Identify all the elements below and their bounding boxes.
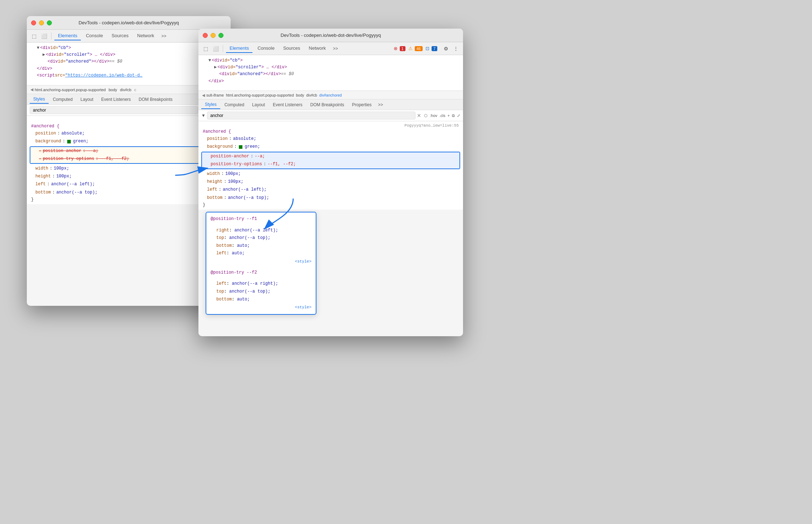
subtab-listeners-1[interactable]: Event Listeners xyxy=(98,96,134,103)
settings-icon[interactable]: ⚙ xyxy=(442,44,450,53)
minimize-button-2[interactable] xyxy=(211,33,216,38)
bc2-html[interactable]: html.anchoring-support.popup-supported xyxy=(226,93,294,97)
bc-html[interactable]: html.anchoring-support.popup-supported xyxy=(35,88,106,92)
more-tabs-2[interactable]: >> xyxy=(331,46,340,51)
expand-arrow-1[interactable]: ▼ xyxy=(37,45,39,52)
tab-console-2[interactable]: Console xyxy=(254,44,278,53)
expand-arrow-2[interactable]: ▶ xyxy=(43,52,45,58)
html-line-2: ▶ <div id= "scroller" > … </div> xyxy=(30,52,228,58)
minimize-button-1[interactable] xyxy=(39,20,44,25)
html-line-1: ▼ <div id= "cb" > xyxy=(30,45,228,52)
expand-arrow-2-1[interactable]: ▼ xyxy=(208,57,211,64)
css-val-bottom-2: anchor(--a top); xyxy=(228,194,269,201)
bc-divcb[interactable]: div#cb xyxy=(120,88,132,92)
bc2-anchored[interactable]: div#anchored xyxy=(319,93,342,97)
html-tag-2-anchored: <div xyxy=(219,71,230,78)
subtab-computed-1[interactable]: Computed xyxy=(49,96,76,103)
css-val-bottom-1: anchor(--a top); xyxy=(56,189,97,196)
tab-sources-2[interactable]: Sources xyxy=(280,44,304,53)
bc-body[interactable]: body xyxy=(109,88,117,92)
more-tabs-1[interactable]: >> xyxy=(159,34,168,39)
tab-network-1[interactable]: Network xyxy=(134,31,158,40)
maximize-button-2[interactable] xyxy=(218,33,223,38)
html-panel-2: ▼ <div id= "cb" > ▶ <div id= "scroller" … xyxy=(198,55,463,91)
subtab-more-2[interactable]: >> xyxy=(376,102,385,107)
more-options-icon[interactable]: ⋮ xyxy=(452,44,460,53)
search-input-2[interactable] xyxy=(207,112,415,119)
pp-right-val: anchor(--a left); xyxy=(234,228,278,233)
subtab-styles-1[interactable]: Styles xyxy=(30,95,49,104)
window-title-1: DevTools - codepen.io/web-dot-dev/live/P… xyxy=(79,20,179,25)
bc-left-arrow[interactable]: ◀ xyxy=(30,87,33,92)
source-link-2: Pogyyyq?ano…iew=live:55 xyxy=(198,123,463,128)
subtab-layout-2[interactable]: Layout xyxy=(248,101,269,109)
expand-icon-2[interactable]: ⤢ xyxy=(457,113,460,118)
css-prop-width-1: width xyxy=(35,165,48,172)
css-selector-text-2: #anchored { xyxy=(203,129,231,134)
html-tag-2-anchored-close: ></div> xyxy=(263,71,281,78)
html-attr-id-anchored: id= xyxy=(58,58,66,65)
subtab-breakpoints-2[interactable]: DOM Breakpoints xyxy=(307,101,348,109)
subtab-breakpoints-1[interactable]: DOM Breakpoints xyxy=(135,96,176,103)
html-val-anchored: "anchored" xyxy=(65,58,91,65)
highlight-box-2: position-anchor : --a; position-try-opti… xyxy=(201,152,460,169)
bc-more[interactable]: c xyxy=(134,88,136,92)
html-line-3: <div id= "anchored" ></div> == $0 xyxy=(30,58,228,65)
html-val-2-cb: "cb" xyxy=(230,57,240,64)
subtab-layout-1[interactable]: Layout xyxy=(77,96,97,103)
popup-f1-content: right: anchor(--a left); top: anchor(--a… xyxy=(211,227,311,258)
html-attr-id-scroller: id= xyxy=(56,52,64,58)
devtools-window-2: DevTools - codepen.io/web-dot-dev/live/P… xyxy=(198,29,463,336)
tab-elements-2[interactable]: Elements xyxy=(226,44,252,53)
bc2-left-arrow[interactable]: ◀ xyxy=(202,93,205,97)
hov-label-2[interactable]: :hov xyxy=(430,113,437,118)
bc2-body[interactable]: body xyxy=(296,93,304,97)
html-tag-2-close-scroller: > … </div> xyxy=(261,64,287,71)
css-val-position-1: absolute; xyxy=(61,130,85,137)
close-button-2[interactable] xyxy=(203,33,208,38)
subtab-styles-2[interactable]: Styles xyxy=(201,101,220,109)
plus-icon-2[interactable]: + xyxy=(448,113,450,118)
search-clear-2[interactable]: ✕ xyxy=(417,113,421,118)
popup-f1-right: right: anchor(--a left); xyxy=(216,227,311,235)
css-colon-anchor-2: : xyxy=(251,153,253,160)
maximize-button-1[interactable] xyxy=(47,20,52,25)
subtab-computed-2[interactable]: Computed xyxy=(221,101,248,109)
inspect-icon-2[interactable]: ⬚ xyxy=(201,44,210,53)
css-left-2: left: anchor(--a left); xyxy=(198,186,463,194)
divider-1 xyxy=(51,33,51,40)
tab-network-2[interactable]: Network xyxy=(305,44,330,53)
pp-left-val: auto; xyxy=(232,251,245,256)
html-attr-id: id= xyxy=(50,45,58,52)
pp-left-prop: left xyxy=(216,251,227,256)
inspect-icon[interactable]: ⬚ xyxy=(30,32,38,40)
subtab-listeners-2[interactable]: Event Listeners xyxy=(269,101,306,109)
expand-arrow-2-2[interactable]: ▶ xyxy=(214,64,217,71)
tab-sources-1[interactable]: Sources xyxy=(108,31,132,40)
css-prop-pos-try-2: position-try-options xyxy=(211,161,262,168)
device-icon-2[interactable]: ⬜ xyxy=(211,44,220,53)
bc2-iframe[interactable]: sult-iframe xyxy=(206,93,224,97)
css-position-2: position: absolute; xyxy=(198,135,463,143)
tab-elements-1[interactable]: Elements xyxy=(54,31,81,40)
copy-icon-2[interactable]: ⧉ xyxy=(452,113,455,118)
tab-console-1[interactable]: Console xyxy=(82,31,107,40)
warning-icon-1b: ⚠ xyxy=(39,156,41,162)
pp-bottom-prop: bottom xyxy=(216,243,232,248)
popup-f2-source: <style> xyxy=(211,304,311,311)
subtab-properties-2[interactable]: Properties xyxy=(349,101,375,109)
css-pos-anchor-2: position-anchor : --a; xyxy=(202,152,459,160)
device-icon[interactable]: ⬜ xyxy=(40,32,48,40)
search-input-1[interactable] xyxy=(30,106,198,114)
css-colon-try-2: : xyxy=(264,161,266,168)
pp2-bottom-prop: bottom xyxy=(216,297,232,302)
bc2-divcb[interactable]: div#cb xyxy=(306,93,317,97)
css-prop-position-1: position xyxy=(35,130,56,137)
sub-toolbar-2: Styles Computed Layout Event Listeners D… xyxy=(198,99,463,110)
css-val-position-2: absolute; xyxy=(233,135,256,142)
popup-f1-left: left: auto; xyxy=(216,250,311,258)
close-button-1[interactable] xyxy=(31,20,36,25)
pp-right-prop: right xyxy=(216,228,229,233)
cls-label-2[interactable]: .cls xyxy=(439,113,446,118)
css-val-pos-anchor-2: --a; xyxy=(255,153,265,160)
